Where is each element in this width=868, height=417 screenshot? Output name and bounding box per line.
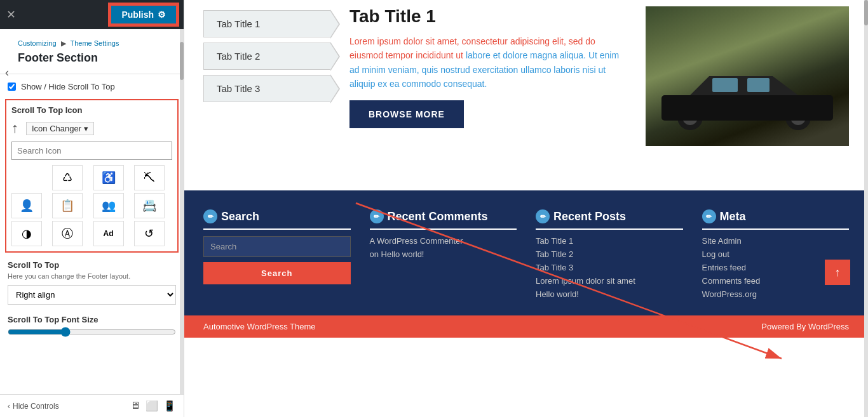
- show-hide-label: Show / Hide Scroll To Top: [21, 82, 115, 91]
- tab-item-1[interactable]: Tab Title 1: [203, 10, 330, 37]
- slider-row: [0, 327, 184, 345]
- main-content: Tab Title 1 Tab Title 2 Tab Title 3 Tab: [184, 0, 868, 190]
- icon-changer-dropdown[interactable]: Icon Changer ▾: [26, 122, 94, 135]
- svg-rect-7: [747, 78, 770, 92]
- device-icons: 🖥 ⬜ 📱: [130, 400, 176, 412]
- footer-search-title-text: Search: [221, 210, 259, 223]
- preview-content: Tab Title 1 Tab Title 2 Tab Title 3 Tab: [184, 0, 868, 417]
- scroll-hint: Here you can change the Footer layout.: [8, 272, 176, 280]
- icon-cell-5[interactable]: 👥: [93, 193, 124, 218]
- close-button[interactable]: ✕: [6, 8, 16, 22]
- icon-cell-8[interactable]: Ⓐ: [52, 221, 83, 246]
- search-icon-input[interactable]: [11, 142, 172, 160]
- preview-scrollbar-thumb: [864, 0, 868, 25]
- footer-post-4[interactable]: Hello world!: [536, 289, 683, 299]
- icon-cell-7[interactable]: ◑: [11, 221, 42, 246]
- svg-marker-5: [690, 76, 798, 95]
- footer-post-0[interactable]: Tab Title 1: [536, 236, 683, 246]
- footer-posts-title-text: Recent Posts: [553, 210, 626, 223]
- hide-controls-button[interactable]: ‹ Hide Controls: [8, 402, 59, 411]
- gear-icon: ⚙: [158, 10, 166, 20]
- tabs-section: Tab Title 1 Tab Title 2 Tab Title 3: [203, 0, 330, 190]
- section-label: Scroll To Top Icon: [11, 105, 172, 115]
- footer-posts-pencil[interactable]: ✏: [536, 209, 550, 223]
- footer-recent-posts: ✏ Recent Posts Tab Title 1 Tab Title 2 T…: [536, 209, 683, 303]
- footer-search-input[interactable]: [203, 236, 351, 257]
- svg-rect-4: [661, 95, 833, 121]
- publish-button[interactable]: Publish ⚙: [110, 4, 177, 25]
- car-svg: [652, 57, 843, 133]
- publish-label: Publish: [121, 10, 154, 20]
- panel-scrollbar: [180, 29, 184, 417]
- footer-meta-1[interactable]: Log out: [702, 249, 850, 259]
- icon-cell-0[interactable]: ♺: [52, 165, 83, 190]
- scroll-to-top-icon-section: Scroll To Top Icon ↑ Icon Changer ▾ ♺ ♿ …: [5, 99, 179, 253]
- footer-meta-title: ✏ Meta: [702, 209, 850, 230]
- footer-meta-pencil[interactable]: ✏: [702, 209, 716, 223]
- browse-more-button[interactable]: BROWSE MORE: [349, 100, 464, 128]
- footer-bottom-left: Automotive WordPress Theme: [203, 322, 316, 331]
- back-button[interactable]: ‹: [5, 66, 9, 79]
- scroll-to-top-section: Scroll To Top Here you can change the Fo…: [0, 255, 184, 310]
- desktop-icon[interactable]: 🖥: [130, 400, 140, 412]
- icon-cell-empty: [11, 165, 42, 190]
- icon-cell-4[interactable]: 📋: [52, 193, 83, 218]
- tab-title-big: Tab Title 1: [349, 6, 627, 27]
- breadcrumb-theme[interactable]: Theme Settings: [70, 39, 119, 47]
- left-panel: ✕ Publish ⚙ ‹ Customizing ▶ Theme Settin…: [0, 0, 184, 417]
- icon-cell-10[interactable]: ↺: [134, 221, 165, 246]
- chevron-down-icon: ▾: [84, 124, 88, 133]
- icon-cell-2[interactable]: ⛏: [134, 165, 165, 190]
- icon-cell-9[interactable]: Ad: [93, 221, 124, 246]
- preview-scrollbar[interactable]: [864, 0, 868, 417]
- footer-search-button[interactable]: Search: [203, 262, 351, 284]
- tab-item-2[interactable]: Tab Title 2: [203, 43, 330, 70]
- top-bar: ✕ Publish ⚙: [0, 0, 184, 29]
- scroll-top-button[interactable]: ↑: [826, 261, 849, 284]
- footer-post-3[interactable]: Lorem ipsum dolor sit amet: [536, 276, 683, 286]
- tab-item-3[interactable]: Tab Title 3: [203, 75, 330, 102]
- tab-arrow-2: [330, 43, 339, 70]
- footer-comment-post[interactable]: on Hello world!: [370, 249, 517, 259]
- footer-meta-4[interactable]: WordPress.org: [702, 289, 850, 299]
- icon-cell-6[interactable]: 📇: [134, 193, 165, 218]
- tab-description: Lorem ipsum dolor sit amet, consectetur …: [349, 34, 627, 91]
- icon-cell-1[interactable]: ♿: [93, 165, 124, 190]
- bottom-controls: ‹ Hide Controls 🖥 ⬜ 📱: [0, 394, 184, 417]
- footer-comments-pencil[interactable]: ✏: [370, 209, 384, 223]
- tab-label-2: Tab Title 2: [217, 51, 260, 62]
- footer-meta-section: ✏ Meta Site Admin Log out Entries feed C…: [702, 209, 850, 303]
- footer-meta-title-text: Meta: [720, 210, 746, 223]
- panel-scrollbar-thumb: [180, 42, 184, 80]
- footer-comment-author[interactable]: A WordPress Commenter: [370, 236, 517, 246]
- align-select[interactable]: Right align Left align Center align: [8, 285, 176, 305]
- text-section: Tab Title 1 Lorem ipsum dolor sit amet, …: [349, 0, 627, 190]
- breadcrumb-customizing[interactable]: Customizing: [18, 39, 57, 47]
- footer-meta-0[interactable]: Site Admin: [702, 236, 850, 246]
- footer-search-section: ✏ Search Search: [203, 209, 351, 303]
- footer-post-1[interactable]: Tab Title 2: [536, 249, 683, 259]
- footer-post-2[interactable]: Tab Title 3: [536, 263, 683, 272]
- hide-controls-label: Hide Controls: [13, 402, 59, 411]
- footer-comments-title: ✏ Recent Comments: [370, 209, 517, 230]
- tablet-icon[interactable]: ⬜: [146, 400, 158, 412]
- car-image: [646, 6, 849, 146]
- icon-changer-label: Icon Changer: [32, 124, 81, 133]
- icon-cell-3[interactable]: 👤: [11, 193, 42, 218]
- footer-recent-comments: ✏ Recent Comments A WordPress Commenter …: [370, 209, 517, 303]
- show-hide-checkbox[interactable]: [8, 83, 16, 91]
- svg-rect-6: [712, 78, 738, 92]
- show-hide-checkbox-row: Show / Hide Scroll To Top: [0, 77, 184, 96]
- footer-grid: ✏ Search Search ✏ Recent Comments A Word…: [203, 209, 849, 303]
- footer-search-title: ✏ Search: [203, 209, 351, 230]
- footer-comments-title-text: Recent Comments: [388, 210, 488, 223]
- mobile-icon[interactable]: 📱: [163, 400, 176, 412]
- footer-search-pencil[interactable]: ✏: [203, 209, 217, 223]
- footer-bottom-right: Powered By WordPress: [761, 322, 849, 331]
- icon-grid: ♺ ♿ ⛏ 👤 📋 👥 📇 ◑ Ⓐ Ad ↺: [11, 165, 172, 246]
- icon-changer-row: ↑ Icon Changer ▾: [11, 120, 172, 136]
- font-size-slider[interactable]: [8, 327, 176, 337]
- footer-preview: ✏ Search Search ✏ Recent Comments A Word…: [184, 190, 868, 315]
- tab-label-1: Tab Title 1: [217, 18, 260, 29]
- tab-arrow-3: [330, 75, 339, 103]
